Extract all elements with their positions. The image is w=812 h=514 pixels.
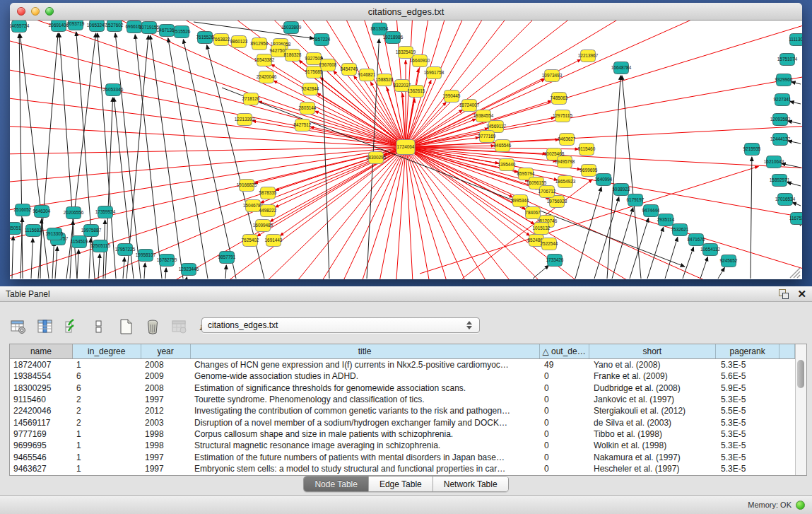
graph-node[interactable]: 12213393 xyxy=(235,114,255,126)
column-header-name[interactable]: name xyxy=(10,344,73,358)
close-panel-icon[interactable]: ✕ xyxy=(797,289,806,299)
graph-node[interactable]: 12923446 xyxy=(179,264,199,276)
graph-node[interactable]: 17359924 xyxy=(95,206,116,218)
column-header-title[interactable]: title xyxy=(191,344,540,358)
graph-node[interactable]: 1640994 xyxy=(595,174,613,186)
graph-node[interactable]: 1527602 xyxy=(106,21,124,32)
graph-node[interactable]: 8471676 xyxy=(688,234,705,246)
graph-node[interactable]: 784067 xyxy=(525,207,541,219)
tab-edge-table[interactable]: Edge Table xyxy=(369,477,433,491)
minimize-window-icon[interactable] xyxy=(31,7,40,16)
graph-node[interactable]: 1691443 xyxy=(265,235,283,247)
graph-node[interactable]: 18300295 xyxy=(366,152,387,164)
graph-node[interactable]: 19166825 xyxy=(237,180,257,192)
float-panel-icon[interactable] xyxy=(779,289,789,299)
graph-node[interactable]: 20206556 xyxy=(64,207,84,219)
close-window-icon[interactable] xyxy=(17,7,25,16)
table-row[interactable]: 2242004622012Investigating the contribut… xyxy=(10,405,795,416)
graph-node[interactable]: 16099489 xyxy=(253,220,273,232)
graph-node[interactable]: 6179197 xyxy=(627,194,645,206)
graph-node[interactable]: 1111304 xyxy=(789,34,802,46)
graph-node[interactable]: 14055724 xyxy=(10,21,30,33)
zoom-window-icon[interactable] xyxy=(45,7,54,16)
select-rows-icon[interactable] xyxy=(64,318,81,335)
graph-node[interactable]: 19218986 xyxy=(383,32,404,44)
graph-node[interactable]: 16782759 xyxy=(157,255,177,267)
graph-node[interactable]: 9329966 xyxy=(775,74,793,86)
tab-node-table[interactable]: Node Table xyxy=(304,477,369,491)
graph-node[interactable]: 15892971 xyxy=(770,175,790,187)
graph-node[interactable]: 1588520 xyxy=(376,74,394,86)
graph-node[interactable]: 7663822 xyxy=(213,34,230,46)
canvas-resize-grip-icon[interactable] xyxy=(790,268,800,278)
graph-node[interactable]: 2522544 xyxy=(541,238,558,250)
table-row[interactable]: 1872400712008Changes of HCN gene express… xyxy=(10,359,795,370)
graph-node[interactable]: 19958107 xyxy=(136,250,156,262)
graph-node[interactable]: 9227341 xyxy=(774,94,792,106)
graph-node[interactable]: 17957225 xyxy=(115,244,136,256)
table-select-combobox[interactable]: citations_edges.txt xyxy=(201,317,480,333)
graph-node[interactable]: 20691406 xyxy=(49,21,69,32)
graph-node[interactable]: 8427512 xyxy=(294,119,312,132)
graph-node[interactable]: 5878335 xyxy=(259,187,277,199)
graph-node[interactable]: 4498222 xyxy=(259,205,277,217)
graph-node[interactable]: 19495798 xyxy=(555,156,575,168)
graph-node[interactable]: 7532621 xyxy=(671,224,689,236)
graph-node[interactable]: 3913305 xyxy=(46,228,64,240)
graph-node[interactable]: 9215935 xyxy=(743,144,761,156)
graph-node[interactable]: 12505115 xyxy=(90,240,110,252)
graph-node[interactable]: 9646304 xyxy=(33,206,51,218)
column-header-spacer[interactable] xyxy=(779,344,795,358)
graph-node[interactable]: 22420046 xyxy=(257,71,277,83)
graph-node[interactable]: 9857791 xyxy=(218,252,236,264)
table-scrollbar[interactable] xyxy=(795,344,806,475)
network-canvas[interactable]: 1405572420691406209371910653247152760269… xyxy=(10,21,802,279)
column-header-in_degree[interactable]: in_degree xyxy=(73,344,141,358)
graph-node[interactable]: 2093719 xyxy=(67,21,85,30)
graph-node[interactable]: 7515526 xyxy=(173,26,191,38)
graph-node[interactable]: 16210643 xyxy=(764,156,784,168)
graph-node[interactable]: 9699695 xyxy=(580,165,598,177)
graph-node[interactable]: 26053346 xyxy=(103,84,124,96)
graph-node[interactable]: 8912954 xyxy=(251,38,269,50)
graph-node[interactable]: 16543382 xyxy=(254,54,275,66)
row-height-icon[interactable] xyxy=(90,318,107,335)
graph-node[interactable]: 16961758 xyxy=(424,67,445,79)
graph-node[interactable]: 9465546 xyxy=(494,140,512,152)
graph-node[interactable]: 7625402 xyxy=(242,235,259,247)
graph-node[interactable]: 8454749 xyxy=(341,64,358,76)
network-window[interactable]: citations_edges.txt 14055724206914062093… xyxy=(10,3,802,279)
column-header-pagerank[interactable]: pagerank xyxy=(716,344,779,358)
graph-node[interactable]: 12213967 xyxy=(578,50,599,62)
graph-node[interactable]: 9242844 xyxy=(302,83,319,95)
table-row[interactable]: 1938455462009Genome-wide association stu… xyxy=(10,370,795,382)
graph-node[interactable]: 9777169 xyxy=(478,131,496,143)
graph-node[interactable]: 1706712 xyxy=(539,186,556,198)
table-row[interactable]: 977716911998Corpus callosum shape and si… xyxy=(10,428,795,440)
graph-node[interactable]: 9175685 xyxy=(305,66,323,78)
graph-node[interactable]: 9115460 xyxy=(578,144,596,156)
graph-node[interactable]: 1733426 xyxy=(546,255,564,267)
graph-node[interactable]: 8995344 xyxy=(512,195,529,207)
graph-node[interactable]: 7857224 xyxy=(313,34,331,46)
table-row[interactable]: 911546021997Tourette syndrome. Phenomeno… xyxy=(10,394,795,405)
graph-node[interactable]: 19384554 xyxy=(473,110,494,122)
graph-node[interactable]: 16648784 xyxy=(611,62,632,74)
column-header-△ out_de…[interactable]: △ out_de… xyxy=(540,344,589,358)
graph-node[interactable]: 12444132 xyxy=(770,134,791,146)
new-table-icon[interactable] xyxy=(117,318,134,335)
graph-node[interactable]: 16640910 xyxy=(410,55,430,67)
table-row[interactable]: 1830029562008Estimation of significance … xyxy=(10,382,795,394)
graph-node[interactable]: 15751074 xyxy=(777,54,798,66)
graph-node[interactable]: 1990445 xyxy=(443,90,461,103)
table-row[interactable]: 969969511998Structural magnetic resonanc… xyxy=(10,440,795,451)
graph-node[interactable]: 10973493 xyxy=(542,70,563,82)
graph-node[interactable]: 17016534 xyxy=(775,194,796,206)
graph-node[interactable]: 9474444 xyxy=(642,205,660,217)
graph-node[interactable]: 2516052 xyxy=(14,204,32,216)
graph-node[interactable]: 8186328 xyxy=(284,49,302,62)
graph-node[interactable]: 12975115 xyxy=(553,110,572,122)
graph-node[interactable]: 1115682 xyxy=(25,225,42,237)
graph-node[interactable]: 10654112 xyxy=(700,244,720,256)
graph-node[interactable]: 1362615 xyxy=(408,86,425,98)
